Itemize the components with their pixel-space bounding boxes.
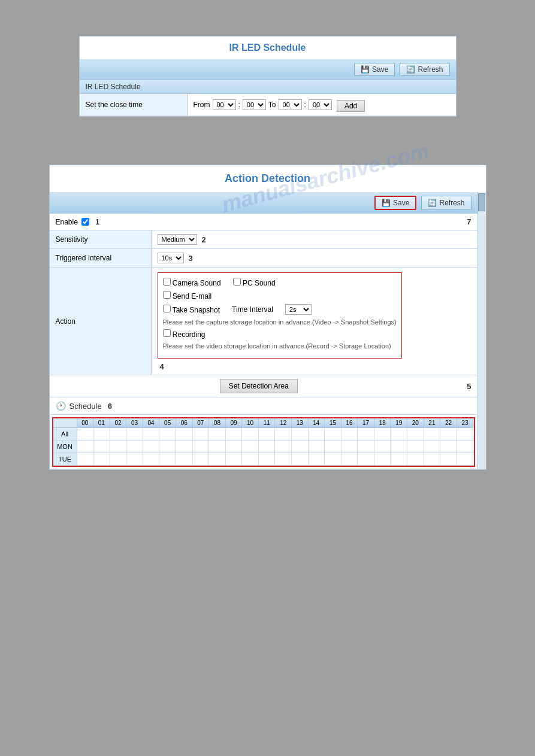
grid-cell[interactable]: [143, 428, 160, 440]
time-interval-label: Time Interval: [232, 305, 273, 314]
add-button[interactable]: Add: [337, 100, 365, 112]
action-refresh-button[interactable]: 🔄 Refresh: [421, 196, 471, 210]
grid-cell[interactable]: [176, 441, 193, 453]
grid-hour-10: 10: [242, 418, 259, 427]
to-hour-select[interactable]: 000102: [279, 99, 302, 110]
time-interval-select[interactable]: 2s5s10s: [285, 304, 312, 315]
grid-cell[interactable]: [325, 428, 341, 440]
grid-cell[interactable]: [440, 453, 457, 465]
grid-cell[interactable]: [176, 428, 193, 440]
grid-cell[interactable]: [93, 453, 110, 465]
grid-cell[interactable]: [341, 441, 358, 453]
take-snapshot-checkbox[interactable]: [163, 305, 171, 312]
grid-cell[interactable]: [259, 453, 276, 465]
triggered-interval-select[interactable]: 10s5s15s30s: [158, 253, 184, 263]
to-min-select[interactable]: 00153045: [309, 99, 332, 110]
grid-cell[interactable]: [374, 441, 391, 453]
grid-cell[interactable]: [325, 441, 341, 453]
grid-row-mon: MON: [53, 441, 474, 453]
set-detection-button[interactable]: Set Detection Area: [220, 379, 298, 393]
grid-cell[interactable]: [259, 428, 276, 440]
grid-cell[interactable]: [209, 441, 226, 453]
grid-cell[interactable]: [407, 453, 424, 465]
grid-cell[interactable]: [424, 441, 441, 453]
camera-sound-checkbox[interactable]: [163, 278, 171, 286]
grid-cell[interactable]: [341, 453, 358, 465]
recording-checkbox[interactable]: [163, 329, 171, 337]
grid-cell[interactable]: [341, 428, 358, 440]
grid-cell[interactable]: [275, 428, 292, 440]
panel-with-scroll: 💾 Save 🔄 Refresh Enable 1 7: [50, 192, 486, 469]
grid-cell[interactable]: [391, 453, 407, 465]
grid-cell[interactable]: [391, 441, 407, 453]
grid-cell[interactable]: [93, 441, 110, 453]
ir-led-refresh-button[interactable]: 🔄 Refresh: [400, 63, 449, 76]
pc-sound-checkbox[interactable]: [233, 278, 241, 286]
grid-cell[interactable]: [193, 428, 210, 440]
grid-cell[interactable]: [77, 441, 94, 453]
grid-cell[interactable]: [440, 441, 457, 453]
grid-cell[interactable]: [325, 453, 341, 465]
grid-cell[interactable]: [110, 441, 127, 453]
from-min-select[interactable]: 00153045: [243, 99, 266, 110]
grid-cell[interactable]: [242, 428, 259, 440]
grid-cell[interactable]: [176, 453, 193, 465]
sensitivity-select[interactable]: MediumLowHigh: [158, 234, 197, 245]
grid-cell[interactable]: [374, 428, 391, 440]
grid-cell[interactable]: [226, 428, 243, 440]
grid-cell[interactable]: [193, 441, 210, 453]
grid-cell[interactable]: [77, 428, 94, 440]
grid-cell[interactable]: [226, 441, 243, 453]
grid-cell[interactable]: [424, 453, 441, 465]
grid-cell[interactable]: [292, 453, 309, 465]
grid-cell[interactable]: [126, 453, 143, 465]
grid-cell[interactable]: [110, 453, 127, 465]
from-hour-select[interactable]: 000102: [213, 99, 236, 110]
grid-cell[interactable]: [159, 453, 176, 465]
scrollbar-thumb[interactable]: [478, 193, 485, 211]
grid-cell[interactable]: [407, 428, 424, 440]
grid-cell[interactable]: [77, 453, 94, 465]
grid-cell[interactable]: [242, 453, 259, 465]
grid-cell[interactable]: [309, 453, 325, 465]
scrollbar[interactable]: [477, 192, 486, 469]
grid-cell[interactable]: [209, 453, 226, 465]
grid-cell[interactable]: [424, 428, 441, 440]
grid-cell[interactable]: [110, 428, 127, 440]
action-save-button[interactable]: 💾 Save: [374, 196, 416, 210]
grid-cell[interactable]: [309, 441, 325, 453]
grid-cell[interactable]: [209, 428, 226, 440]
grid-cell[interactable]: [143, 453, 160, 465]
grid-cell[interactable]: [391, 428, 407, 440]
grid-cell[interactable]: [126, 428, 143, 440]
grid-label-all: All: [53, 428, 77, 440]
enable-checkbox[interactable]: [81, 218, 89, 226]
grid-cell[interactable]: [457, 428, 474, 440]
ir-led-save-button[interactable]: 💾 Save: [354, 63, 395, 76]
grid-cell[interactable]: [457, 453, 474, 465]
ir-led-close-time-row: Set the close time From 000102 : 0015304…: [80, 94, 456, 116]
grid-cell[interactable]: [193, 453, 210, 465]
grid-cell[interactable]: [358, 441, 374, 453]
grid-cell[interactable]: [309, 428, 325, 440]
grid-cell[interactable]: [374, 453, 391, 465]
grid-cell[interactable]: [242, 441, 259, 453]
grid-hour-03: 03: [126, 418, 143, 427]
grid-cell[interactable]: [275, 453, 292, 465]
grid-cell[interactable]: [226, 453, 243, 465]
grid-cell[interactable]: [440, 428, 457, 440]
grid-cell[interactable]: [358, 428, 374, 440]
send-email-checkbox[interactable]: [163, 291, 171, 299]
grid-cell[interactable]: [159, 441, 176, 453]
grid-cell[interactable]: [275, 441, 292, 453]
grid-cell[interactable]: [126, 441, 143, 453]
grid-cell[interactable]: [407, 441, 424, 453]
grid-cell[interactable]: [292, 428, 309, 440]
grid-cell[interactable]: [159, 428, 176, 440]
grid-cell[interactable]: [93, 428, 110, 440]
grid-cell[interactable]: [143, 441, 160, 453]
grid-cell[interactable]: [457, 441, 474, 453]
grid-cell[interactable]: [358, 453, 374, 465]
grid-cell[interactable]: [292, 441, 309, 453]
grid-cell[interactable]: [259, 441, 276, 453]
